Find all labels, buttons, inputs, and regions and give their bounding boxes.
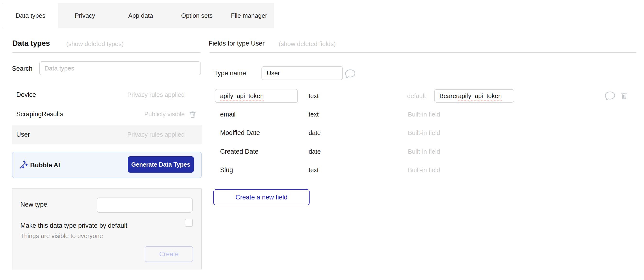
type-name: ScrapingResults bbox=[16, 110, 64, 118]
field-status: Built-in field bbox=[408, 148, 440, 155]
right-divider bbox=[210, 52, 636, 53]
field-name: email bbox=[220, 111, 236, 118]
generate-data-types-button[interactable]: Generate Data Types bbox=[128, 156, 194, 173]
field-type: text bbox=[308, 92, 319, 100]
default-value-prefix: Bearer bbox=[440, 92, 458, 100]
type-name: Device bbox=[16, 91, 36, 98]
private-by-default-checkbox[interactable] bbox=[185, 219, 193, 227]
type-name: User bbox=[16, 131, 30, 138]
type-row-scrapingresults[interactable]: ScrapingResults Publicly visible bbox=[12, 104, 202, 124]
show-deleted-types-link[interactable]: (show deleted types) bbox=[66, 40, 124, 48]
field-row-apify-api-token: apify_api_token text default Bearer apif… bbox=[210, 88, 639, 104]
field-name-value: apify_api_token bbox=[220, 92, 264, 100]
field-status: Built-in field bbox=[408, 111, 440, 118]
type-status: Privacy rules applied bbox=[127, 91, 185, 98]
field-type: text bbox=[308, 166, 319, 174]
comment-bubble-icon[interactable] bbox=[344, 69, 356, 79]
field-row-slug: Slug text Built-in field bbox=[210, 163, 639, 177]
field-name: Slug bbox=[220, 166, 233, 174]
field-type: date bbox=[308, 129, 321, 137]
type-status: Privacy rules applied bbox=[127, 131, 185, 138]
create-type-button[interactable]: Create bbox=[145, 246, 193, 262]
tab-option-sets[interactable]: Option sets bbox=[169, 3, 224, 28]
left-divider bbox=[12, 52, 200, 53]
search-label: Search bbox=[12, 65, 32, 72]
bubble-ai-card: Bubble AI Generate Data Types bbox=[12, 152, 202, 178]
new-type-input[interactable] bbox=[97, 198, 192, 213]
search-input[interactable] bbox=[39, 61, 201, 75]
tab-file-manager[interactable]: File manager bbox=[224, 3, 274, 28]
field-row-modified-date: Modified Date date Built-in field bbox=[210, 125, 639, 140]
default-value-token: apify_api_token bbox=[458, 92, 502, 100]
visibility-note: Things are visible to everyone bbox=[20, 232, 103, 240]
delete-field-icon[interactable] bbox=[620, 91, 628, 100]
new-type-label: New type bbox=[20, 201, 47, 208]
type-row-device[interactable]: Device Privacy rules applied bbox=[12, 85, 202, 104]
delete-type-icon[interactable] bbox=[188, 109, 197, 119]
bubble-ai-label: Bubble AI bbox=[30, 162, 60, 169]
default-label: default bbox=[402, 92, 426, 100]
show-deleted-fields-link[interactable]: (show deleted fields) bbox=[279, 40, 336, 48]
type-name-label: Type name bbox=[214, 70, 246, 77]
bubble-editor-data-tab: Data types Privacy App data Option sets … bbox=[0, 0, 644, 280]
field-name: Created Date bbox=[220, 148, 258, 155]
tab-app-data[interactable]: App data bbox=[112, 3, 169, 28]
field-type: date bbox=[308, 148, 321, 155]
field-status: Built-in field bbox=[408, 129, 440, 137]
fields-heading: Fields for type User bbox=[208, 40, 264, 47]
field-row-email: email text Built-in field bbox=[210, 107, 639, 122]
comment-bubble-icon[interactable] bbox=[604, 91, 616, 101]
new-type-card: New type Make this data type private by … bbox=[12, 188, 202, 269]
magic-wand-icon bbox=[18, 160, 28, 170]
field-type: text bbox=[308, 111, 319, 118]
data-types-heading: Data types bbox=[12, 39, 50, 48]
private-by-default-label: Make this data type private by default bbox=[20, 222, 127, 229]
tab-privacy[interactable]: Privacy bbox=[58, 3, 112, 28]
field-name-input[interactable]: apify_api_token bbox=[215, 89, 298, 103]
type-row-user[interactable]: User Privacy rules applied bbox=[12, 125, 202, 144]
tab-data-types[interactable]: Data types bbox=[3, 3, 58, 28]
field-status: Built-in field bbox=[408, 166, 440, 174]
field-name: Modified Date bbox=[220, 129, 260, 137]
default-value-input[interactable]: Bearer apify_api_token bbox=[434, 89, 514, 103]
type-name-input[interactable] bbox=[262, 66, 343, 80]
create-new-field-button[interactable]: Create a new field bbox=[214, 189, 310, 205]
data-section-tabbar: Data types Privacy App data Option sets … bbox=[3, 3, 274, 28]
type-status: Publicly visible bbox=[144, 110, 185, 118]
field-row-created-date: Created Date date Built-in field bbox=[210, 144, 639, 159]
